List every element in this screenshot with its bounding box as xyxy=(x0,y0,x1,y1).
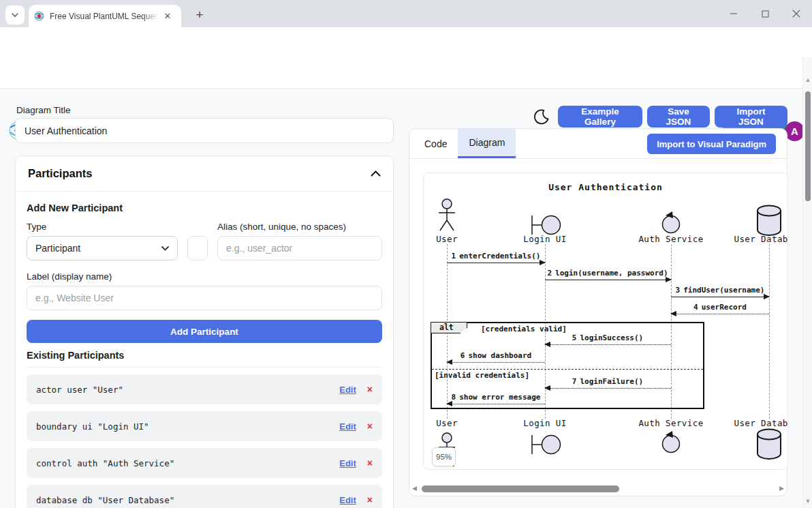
control-icon xyxy=(661,431,681,454)
add-participant-button[interactable]: Add Participant xyxy=(27,320,382,343)
participant-label: Auth Service xyxy=(638,234,703,244)
message-label: 2login(username, password) xyxy=(547,269,668,278)
save-json-button[interactable]: Save JSON xyxy=(647,106,710,128)
message-num: 3 xyxy=(676,286,681,295)
participant-row: database db "User Database" Edit× xyxy=(27,485,382,508)
delete-participant-icon[interactable]: × xyxy=(367,494,373,505)
message-num: 2 xyxy=(547,269,552,278)
participant-label: User Database xyxy=(734,418,788,428)
participant-label: User Database xyxy=(734,234,788,244)
new-tab-button[interactable]: + xyxy=(191,6,208,24)
diagram-title-label: Diagram Title xyxy=(16,105,71,115)
database-icon xyxy=(755,428,783,460)
editor-tabbar: Code Diagram Import to Visual Paradigm xyxy=(409,129,787,159)
scroll-down-arrow[interactable]: ▼ xyxy=(803,498,812,505)
type-label: Type xyxy=(27,222,208,232)
alt-guard-valid: [credentials valid] xyxy=(481,325,567,333)
window-minimize-button[interactable] xyxy=(718,0,749,27)
participant-row: boundary ui "Login UI" Edit× xyxy=(27,411,382,441)
boundary-icon xyxy=(530,432,563,457)
vscroll-thumb[interactable] xyxy=(805,91,811,201)
zoom-level-badge[interactable]: 95% xyxy=(432,447,456,466)
participant-code: database db "User Database" xyxy=(36,495,174,505)
delete-participant-icon[interactable]: × xyxy=(367,421,373,432)
message-num: 1 xyxy=(452,252,456,260)
diagram-title-input[interactable] xyxy=(15,118,394,143)
import-json-button[interactable]: Import JSON xyxy=(715,106,787,128)
window-maximize-button[interactable] xyxy=(749,0,781,27)
window-close-button[interactable] xyxy=(781,0,812,27)
participant-code: boundary ui "Login UI" xyxy=(36,421,149,432)
participant-label: User xyxy=(436,418,458,428)
delete-participant-icon[interactable]: × xyxy=(367,384,373,395)
alt-operator: alt xyxy=(431,322,467,333)
participant-label: Login UI xyxy=(523,418,566,428)
delete-participant-icon[interactable]: × xyxy=(367,458,373,468)
edit-participant-link[interactable]: Edit xyxy=(339,458,356,468)
browser-tab-strip: Free Visual PlantUML Sequence ✕ + xyxy=(0,0,812,27)
message-text: findUser(username) xyxy=(683,286,764,295)
browser-toolbar: ai-toolbox.visual-paradigm.com/app/plant… xyxy=(0,27,812,57)
participants-heading: Participants xyxy=(28,167,92,180)
lifeline-user-database xyxy=(769,244,770,419)
message-arrow xyxy=(671,297,769,297)
message-text: enterCredentials() xyxy=(459,252,540,260)
hscroll-right-arrow[interactable]: ▶ xyxy=(779,485,784,492)
message-text: login(username, password) xyxy=(555,269,668,278)
hscroll-thumb[interactable] xyxy=(422,485,619,492)
diagram-title: User Authentication xyxy=(424,182,787,192)
scroll-up-arrow[interactable]: ▲ xyxy=(803,76,812,83)
alias-label: Alias (short, unique, no spaces) xyxy=(217,222,382,232)
message-arrow xyxy=(447,263,545,263)
message-label: 1enterCredentials() xyxy=(452,252,541,260)
edit-participant-link[interactable]: Edit xyxy=(339,495,356,505)
hscroll-left-arrow[interactable]: ◀ xyxy=(412,485,417,492)
close-icon xyxy=(792,10,800,18)
participant-type-select[interactable]: Participant xyxy=(27,236,178,260)
actor-icon xyxy=(437,198,457,233)
participant-label: Auth Service xyxy=(638,418,703,428)
database-icon xyxy=(755,205,783,236)
diagram-canvas[interactable]: User Authentication User Login UI Auth S… xyxy=(423,173,788,470)
participant-code: actor user "User" xyxy=(36,385,123,395)
example-gallery-button[interactable]: Example Gallery xyxy=(558,106,642,128)
message-arrow xyxy=(545,280,671,280)
participant-row: actor user "User" Edit× xyxy=(27,374,382,404)
chevron-up-icon[interactable] xyxy=(371,170,381,177)
edit-participant-link[interactable]: Edit xyxy=(339,421,356,432)
tab-diagram[interactable]: Diagram xyxy=(458,129,516,158)
participant-label: User xyxy=(436,234,458,244)
participant-code: control auth "Auth Service" xyxy=(36,458,174,468)
message-label: 3findUser(username) xyxy=(676,286,765,295)
message-arrow xyxy=(671,314,769,314)
message-text: userRecord xyxy=(702,303,747,312)
tab-close-icon[interactable]: ✕ xyxy=(161,10,174,23)
tab-code[interactable]: Code xyxy=(413,129,458,158)
page-scrollbar[interactable]: ▲ ▼ xyxy=(802,57,812,508)
minimize-icon xyxy=(730,10,738,18)
alias-input[interactable] xyxy=(217,236,382,260)
participant-type-value: Participant xyxy=(35,243,80,254)
site-favicon xyxy=(34,11,44,21)
control-icon xyxy=(661,211,681,235)
alt-fragment: alt [credentials valid] [invalid credent… xyxy=(431,322,704,409)
browser-tab[interactable]: Free Visual PlantUML Sequence ✕ xyxy=(29,5,181,27)
app-header: PlantUML Sequence Diagram Builder Powere… xyxy=(0,57,812,89)
maximize-icon xyxy=(762,10,769,18)
user-avatar[interactable]: A xyxy=(785,121,805,141)
participants-card-header[interactable]: Participants xyxy=(16,156,393,192)
dark-mode-moon-icon[interactable] xyxy=(534,108,550,125)
display-name-label: Label (display name) xyxy=(27,271,382,282)
edit-participant-link[interactable]: Edit xyxy=(339,385,356,395)
diagram-card: Code Diagram Import to Visual Paradigm U… xyxy=(409,128,787,496)
message-num: 4 xyxy=(693,303,698,312)
import-to-visual-paradigm-button[interactable]: Import to Visual Paradigm xyxy=(647,134,776,154)
add-participant-heading: Add New Participant xyxy=(27,203,382,213)
participant-extra-field[interactable] xyxy=(187,236,208,260)
alt-guard-invalid: [invalid credentials] xyxy=(435,371,529,380)
alt-divider xyxy=(432,369,703,370)
tab-search-button[interactable] xyxy=(5,5,25,25)
display-name-input[interactable] xyxy=(27,286,382,310)
participant-label: Login UI xyxy=(523,234,566,244)
chevron-down-icon xyxy=(11,11,19,19)
